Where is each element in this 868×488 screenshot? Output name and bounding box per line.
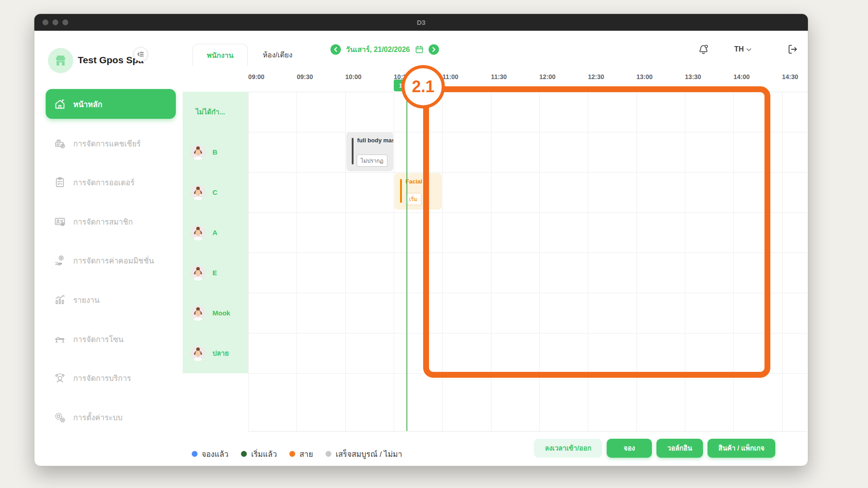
staff-avatar — [190, 265, 206, 281]
sidebar-item-members[interactable]: การจัดการสมาชิก — [46, 206, 176, 236]
appointment-status-bar — [400, 179, 402, 203]
action-button[interactable]: จอง — [607, 439, 652, 458]
window-title: D3 — [34, 19, 808, 26]
current-time-line — [406, 92, 407, 431]
services-icon — [53, 371, 66, 384]
members-icon — [53, 215, 66, 228]
time-label: 12:30 — [588, 73, 604, 80]
appointment-status-chip[interactable]: เริ่ม — [405, 193, 421, 205]
tab-staff[interactable]: พนักงาน — [193, 44, 248, 66]
current-date-label[interactable]: วันเสาร์, 21/02/2026 — [346, 44, 410, 55]
staff-column: ไม่ได้กำ...BCAEMookปลาย — [183, 92, 248, 373]
appointment-status-chip[interactable]: ไม่ปรากฏ — [357, 155, 387, 167]
staff-name: C — [212, 188, 217, 196]
time-label: 09:00 — [248, 73, 264, 80]
staff-row[interactable]: A — [183, 212, 248, 253]
appointment-block[interactable]: full body mas ไม่ปรากฏ — [346, 132, 393, 171]
app-window: D3 Test Gpos Spa — [34, 14, 808, 466]
sidebar-item-label: การจัดการออเดอร์ — [73, 176, 135, 188]
legend-dot — [289, 451, 295, 457]
sidebar-item-cashier[interactable]: การจัดการแคชเชียร์ — [46, 128, 176, 158]
staff-row[interactable]: B — [183, 132, 248, 172]
time-label: 09:30 — [297, 73, 313, 80]
staff-avatar — [190, 225, 206, 240]
notification-bell-icon — [698, 43, 709, 55]
staff-row[interactable]: C — [183, 172, 248, 212]
date-navigation: วันเสาร์, 21/02/2026 — [330, 40, 439, 58]
window-titlebar: D3 — [34, 14, 808, 31]
language-label: TH — [734, 45, 744, 53]
sidebar-item-label: การจัดการโซน — [73, 333, 123, 345]
staff-name: Mook — [212, 309, 230, 317]
time-label: 12:00 — [539, 73, 556, 80]
legend-item: เริ่มแล้ว — [241, 448, 277, 460]
sidebar-item-commission[interactable]: การจัดการค่าคอมมิชชั่น — [46, 245, 176, 275]
time-label: 13:30 — [685, 73, 701, 80]
annotation-rectangle — [423, 86, 770, 378]
sidebar-item-label: การจัดการสมาชิก — [73, 216, 133, 228]
staff-row[interactable]: ปลาย — [183, 333, 248, 373]
legend-dot — [192, 451, 198, 457]
staff-avatar — [190, 145, 206, 160]
legend-dot — [241, 451, 247, 457]
legend-dot — [326, 451, 331, 457]
reports-icon — [53, 293, 66, 306]
time-label: 13:00 — [637, 73, 653, 80]
logout-button[interactable] — [787, 40, 798, 58]
chevron-left-icon — [333, 47, 338, 52]
cashier-icon — [53, 137, 66, 150]
status-legend: จองแล้ว เริ่มแล้ว สาย เสร็จสมบูรณ์ / ไม่… — [192, 446, 402, 461]
action-button[interactable]: วอล์กอิน — [656, 439, 703, 458]
appointment-status-bar — [352, 138, 354, 164]
staff-name: E — [212, 269, 217, 277]
staff-row[interactable]: ไม่ได้กำ... — [183, 92, 248, 132]
staff-name: ไม่ได้กำ... — [196, 107, 225, 117]
legend-item: เสร็จสมบูรณ์ / ไม่มา — [326, 448, 402, 460]
home-icon — [53, 98, 66, 110]
action-button[interactable]: สินค้า / แพ็กเกจ — [708, 439, 775, 458]
staff-name: A — [212, 229, 217, 236]
desktop-background: D3 Test Gpos Spa — [0, 0, 868, 488]
calendar-icon[interactable] — [415, 45, 424, 54]
sidebar-item-label: หน้าหลัก — [73, 98, 102, 110]
orders-icon — [53, 176, 66, 188]
settings-icon — [53, 411, 66, 423]
collapse-sidebar-button[interactable] — [133, 47, 148, 61]
legend-item: สาย — [289, 448, 313, 460]
sidebar-item-label: การจัดการบริการ — [73, 372, 131, 384]
sidebar-item-home[interactable]: หน้าหลัก — [46, 89, 176, 119]
staff-avatar — [190, 305, 206, 321]
time-label: 11:30 — [491, 73, 507, 80]
previous-day-button[interactable] — [330, 44, 341, 55]
staff-row[interactable]: E — [183, 253, 248, 293]
action-button[interactable]: ลงเวลาเข้า/ออก — [534, 439, 602, 458]
collapse-menu-icon — [137, 51, 144, 58]
commission-icon — [53, 254, 66, 267]
next-day-button[interactable] — [429, 44, 439, 55]
sidebar-item-label: การจัดการแคชเชียร์ — [73, 137, 141, 150]
chevron-down-icon — [746, 47, 752, 52]
sidebar-item-zone[interactable]: การจัดการโซน — [46, 324, 176, 354]
store-logo — [48, 48, 73, 73]
notifications-button[interactable] — [698, 40, 709, 58]
language-selector[interactable]: TH — [734, 40, 752, 58]
time-label: 10:00 — [345, 73, 362, 80]
sidebar-item-reports[interactable]: รายงาน — [46, 285, 176, 314]
staff-avatar — [190, 185, 206, 200]
storefront-icon — [53, 53, 68, 68]
chevron-right-icon — [431, 47, 436, 52]
staff-name: B — [212, 148, 217, 156]
sidebar-item-services[interactable]: การจัดการบริการ — [46, 363, 176, 393]
sidebar-item-settings[interactable]: การตั้งค่าระบบ — [46, 402, 176, 432]
logout-icon — [787, 43, 798, 55]
sidebar-item-label: การตั้งค่าระบบ — [73, 411, 123, 423]
sidebar-item-orders[interactable]: การจัดการออเดอร์ — [46, 167, 176, 197]
staff-avatar — [190, 346, 206, 361]
staff-row[interactable]: Mook — [183, 293, 248, 333]
time-label: 14:00 — [733, 73, 750, 80]
view-tabbar: พนักงาน ห้อง/เตียง — [183, 31, 808, 66]
appointment-title: Facial — [406, 178, 422, 185]
sidebar-item-label: การจัดการค่าคอมมิชชั่น — [73, 254, 154, 267]
legend-item: จองแล้ว — [192, 448, 228, 460]
tab-rooms-beds[interactable]: ห้อง/เตียง — [250, 44, 305, 66]
